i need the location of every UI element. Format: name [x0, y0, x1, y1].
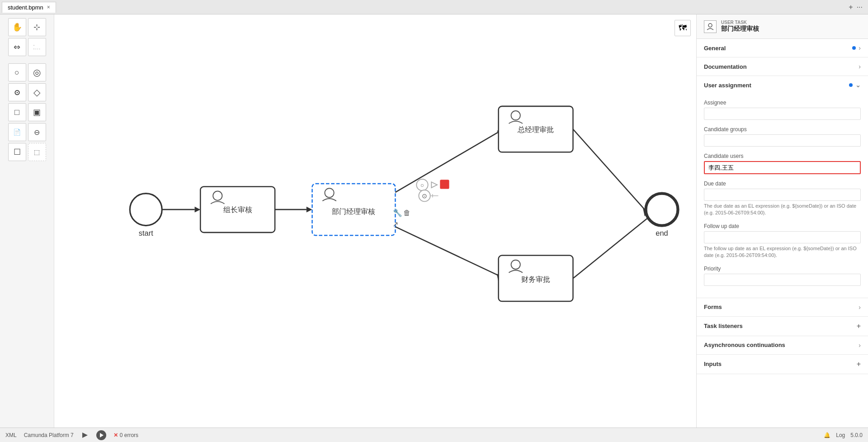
- follow-up-date-field-group: Follow up date The follow up date as an …: [704, 223, 861, 259]
- right-panel: USER TASK 部门经理审核 General › Documentat: [696, 14, 868, 428]
- section-async-continuations-header[interactable]: Asynchronous continuations ›: [697, 336, 868, 354]
- follow-up-date-label: Follow up date: [704, 223, 861, 229]
- toolbar-row-3: ○ ◎: [4, 63, 50, 81]
- user-assignment-dot-icon: [849, 83, 853, 87]
- section-user-assignment-title: User assignment: [704, 82, 751, 89]
- section-async-continuations: Asynchronous continuations ›: [697, 336, 868, 355]
- svg-line-28: [573, 129, 645, 210]
- cursor-tool-button[interactable]: ⊹: [28, 18, 46, 36]
- svg-text:部门经理审核: 部门经理审核: [332, 207, 375, 215]
- deploy-icon: [81, 431, 89, 439]
- priority-input[interactable]: [704, 274, 861, 286]
- map-button[interactable]: 🗺: [675, 20, 691, 36]
- circle-thick-tool[interactable]: ◎: [28, 63, 46, 81]
- section-general: General ›: [697, 39, 868, 57]
- follow-up-date-hint: The follow up date as an EL expression (…: [704, 245, 861, 259]
- section-documentation-icons: ›: [859, 63, 861, 70]
- section-inputs-header[interactable]: Inputs +: [697, 355, 868, 374]
- candidate-groups-label: Candidate groups: [704, 126, 861, 133]
- section-inputs-title: Inputs: [704, 361, 722, 367]
- svg-line-30: [395, 227, 498, 276]
- new-tab-button[interactable]: +: [849, 3, 853, 11]
- panel-content[interactable]: General › Documentation ›: [697, 39, 868, 428]
- async-chevron-icon: ›: [859, 342, 861, 349]
- section-async-icons: ›: [859, 342, 861, 349]
- main-area: ✋ ⊹ ⇔ ⁚… ○ ◎ ⊙ ◇ □ ▣ 📄 ⊖ ☐ ⬚ 🗺: [0, 14, 868, 428]
- log-button[interactable]: Log: [836, 432, 845, 438]
- hand-tool-button[interactable]: ✋: [8, 18, 26, 36]
- toolbar-row-7: ☐ ⬚: [4, 143, 50, 161]
- svg-marker-40: [82, 432, 88, 438]
- tab-bar-right: + ···: [849, 3, 866, 11]
- status-bar-right: 🔔 Log 5.0.0: [824, 432, 863, 438]
- task-listeners-plus-icon[interactable]: +: [857, 322, 861, 330]
- lasso-tool-button[interactable]: ⁚…: [28, 38, 46, 56]
- deploy-button[interactable]: [81, 431, 89, 439]
- svg-text:总经理审批: 总经理审批: [517, 125, 554, 133]
- tab-bar: student.bpmn × + ···: [0, 0, 868, 14]
- more-options-button[interactable]: ···: [857, 3, 863, 11]
- page-tool[interactable]: 📄: [8, 123, 26, 141]
- candidate-users-field-group: Candidate users: [704, 153, 861, 174]
- svg-text:start: start: [139, 229, 153, 237]
- dashed-rect-tool[interactable]: ⬚: [28, 143, 46, 161]
- section-user-assignment-header[interactable]: User assignment ⌄: [697, 76, 868, 94]
- canvas[interactable]: 🗺 start 组长审核 部门经理审核: [54, 14, 696, 428]
- status-bar: XML Camunda Platform 7 ✕ 0 errors 🔔 Log …: [0, 428, 868, 442]
- section-forms-header[interactable]: Forms ›: [697, 298, 868, 316]
- notification-button[interactable]: 🔔: [824, 432, 830, 438]
- format-label: XML: [5, 432, 17, 438]
- tab-student-bpmn[interactable]: student.bpmn ×: [2, 2, 56, 13]
- cylinder-tool[interactable]: ⊖: [28, 123, 46, 141]
- documentation-chevron-icon: ›: [859, 63, 861, 70]
- svg-rect-15: [440, 180, 449, 189]
- rectangle-collapsed-tool[interactable]: ▣: [28, 103, 46, 121]
- due-date-input[interactable]: [704, 189, 861, 201]
- task-type-label: USER TASK: [721, 20, 759, 25]
- inputs-plus-icon[interactable]: +: [857, 360, 861, 368]
- left-toolbar: ✋ ⊹ ⇔ ⁚… ○ ◎ ⊙ ◇ □ ▣ 📄 ⊖ ☐ ⬚: [0, 14, 54, 428]
- section-inputs: Inputs +: [697, 355, 868, 374]
- rectangle-tool[interactable]: □: [8, 103, 26, 121]
- due-date-field-group: Due date The due date as an EL expressio…: [704, 181, 861, 217]
- follow-up-date-input[interactable]: [704, 231, 861, 243]
- section-forms-title: Forms: [704, 304, 722, 310]
- user-assignment-body: Assignee Candidate groups Candidate user…: [697, 94, 868, 298]
- error-icon: ✕: [113, 432, 118, 438]
- forms-chevron-icon: ›: [859, 304, 861, 311]
- svg-text:财务审批: 财务审批: [521, 275, 550, 283]
- svg-point-0: [130, 194, 162, 226]
- section-documentation-header[interactable]: Documentation ›: [697, 57, 868, 76]
- error-indicator: ✕ 0 errors: [113, 432, 138, 438]
- section-inputs-icons: +: [857, 360, 861, 368]
- section-general-header[interactable]: General ›: [697, 39, 868, 57]
- due-date-label: Due date: [704, 181, 861, 187]
- svg-text:🔧: 🔧: [393, 208, 402, 218]
- section-task-listeners-title: Task listeners: [704, 323, 743, 329]
- notification-icon: 🔔: [824, 432, 830, 438]
- toolbar-row-6: 📄 ⊖: [4, 123, 50, 141]
- space-tool-button[interactable]: ⇔: [8, 38, 26, 56]
- circle-double-tool[interactable]: ⊙: [8, 83, 26, 101]
- section-forms-icons: ›: [859, 304, 861, 311]
- assignee-input[interactable]: [704, 108, 861, 120]
- status-bar-left: XML Camunda Platform 7 ✕ 0 errors: [5, 430, 138, 440]
- svg-text:⊙: ⊙: [422, 192, 427, 200]
- section-general-icons: ›: [852, 44, 861, 52]
- svg-text:end: end: [656, 229, 668, 237]
- candidate-groups-field-group: Candidate groups: [704, 126, 861, 147]
- diamond-tool[interactable]: ◇: [28, 83, 46, 101]
- candidate-users-input[interactable]: [704, 161, 861, 174]
- section-task-listeners-header[interactable]: Task listeners +: [697, 317, 868, 336]
- section-task-listeners: Task listeners +: [697, 317, 868, 336]
- circle-outline-tool[interactable]: ○: [8, 63, 26, 81]
- svg-line-35: [573, 218, 647, 278]
- tab-label: student.bpmn: [8, 4, 43, 11]
- task-type-icon: [704, 20, 717, 33]
- run-button[interactable]: [96, 430, 106, 440]
- svg-text:🗑: 🗑: [403, 209, 410, 217]
- candidate-groups-input[interactable]: [704, 134, 861, 147]
- tab-close-button[interactable]: ×: [47, 4, 50, 10]
- task-name-label: 部门经理审核: [721, 25, 759, 33]
- rect-outline-tool[interactable]: ☐: [8, 143, 26, 161]
